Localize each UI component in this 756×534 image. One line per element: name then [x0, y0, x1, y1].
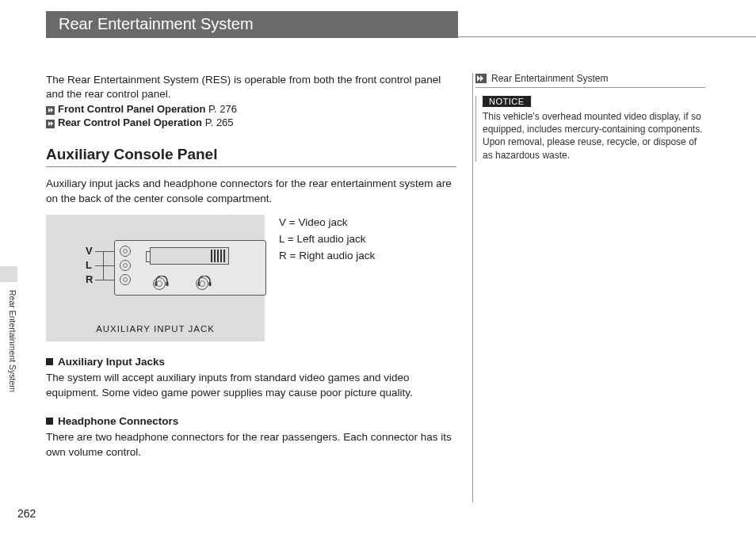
- legend-v: V = Video jack: [279, 216, 375, 228]
- page-number: 262: [17, 507, 36, 520]
- subsection-headphones: Headphone Connectors: [46, 415, 456, 427]
- square-bullet-icon: [46, 358, 53, 365]
- tab-label: Rear Entertainment System: [0, 282, 17, 392]
- subsection-heading: Auxiliary Input Jacks: [58, 356, 165, 368]
- column-divider: [472, 73, 473, 502]
- notice-badge: NOTICE: [483, 96, 531, 107]
- crossref-label: Front Control Panel Operation: [58, 103, 205, 115]
- double-chevron-icon: [475, 74, 487, 83]
- aux-jacks-text: The system will accept auxiliary inputs …: [46, 371, 456, 401]
- section-para: Auxiliary input jacks and headphone conn…: [46, 177, 456, 207]
- subsection-heading: Headphone Connectors: [58, 415, 178, 427]
- subsection-aux-jacks: Auxiliary Input Jacks: [46, 356, 456, 368]
- diagram-legend: V = Video jack L = Left audio jack R = R…: [279, 215, 375, 341]
- crossref-icon: [46, 120, 55, 128]
- section-rule: [46, 166, 456, 167]
- legend-r: R = Right audio jack: [279, 250, 375, 261]
- crossref-page: P. 276: [208, 103, 237, 115]
- intro-text: The Rear Entertainment System (RES) is o…: [46, 73, 456, 101]
- main-content: The Rear Entertainment System (RES) is o…: [46, 73, 456, 460]
- tab-marker: [0, 266, 17, 282]
- left-audio-jack-icon: [120, 260, 131, 271]
- cartridge-icon: [150, 247, 229, 265]
- section-heading: Auxiliary Console Panel: [46, 146, 456, 163]
- diagram-row: V L R AUXILIARY INPU: [46, 215, 456, 341]
- diagram-label-r: R: [86, 273, 93, 285]
- video-jack-icon: [120, 246, 131, 257]
- crossref-rear-panel: Rear Control Panel Operation P. 265: [46, 116, 456, 128]
- diagram-label-v: V: [86, 245, 93, 257]
- diagram-label-l: L: [86, 259, 92, 271]
- notice-block: NOTICE This vehicle's overhead mounted v…: [475, 96, 705, 162]
- legend-l: L = Left audio jack: [279, 233, 375, 245]
- svg-rect-1: [166, 282, 169, 286]
- crossref-icon: [46, 106, 55, 115]
- sidebar-heading-row: Rear Entertainment System: [475, 73, 705, 88]
- crossref-page: P. 265: [205, 116, 234, 128]
- side-tab: Rear Entertainment System: [0, 266, 17, 409]
- sidebar-heading: Rear Entertainment System: [491, 73, 608, 84]
- crossref-front-panel: Front Control Panel Operation P. 276: [46, 103, 456, 115]
- volume-knob-icon: [153, 277, 166, 290]
- right-audio-jack-icon: [120, 274, 131, 285]
- crossref-label: Rear Control Panel Operation: [58, 116, 202, 128]
- diagram-caption: AUXILIARY INPUT JACK: [46, 324, 265, 334]
- aux-jack-diagram: V L R AUXILIARY INPU: [46, 215, 265, 341]
- volume-knob-icon: [196, 277, 208, 290]
- notice-text: This vehicle's overhead mounted video di…: [483, 110, 705, 162]
- headphones-text: There are two headphone connectors for t…: [46, 430, 456, 460]
- page-header: Rear Entertainment System: [46, 11, 756, 38]
- svg-rect-3: [209, 282, 212, 286]
- page-title: Rear Entertainment System: [46, 11, 458, 38]
- square-bullet-icon: [46, 418, 53, 425]
- header-rule: [458, 11, 756, 37]
- sidebar: Rear Entertainment System NOTICE This ve…: [475, 73, 705, 162]
